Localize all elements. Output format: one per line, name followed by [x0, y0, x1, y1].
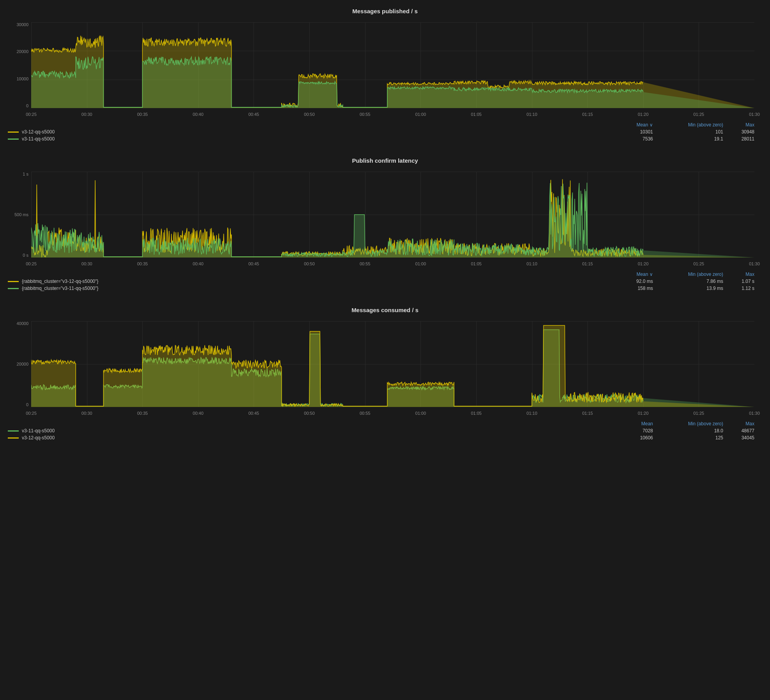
legend-min-value: 18.0 — [653, 428, 723, 434]
y-axis-label: 40000 — [16, 321, 28, 326]
min-column-header: Min (above zero) — [653, 421, 723, 426]
x-axis-label: 01:30 — [749, 112, 760, 117]
x-axis-label: 01:05 — [471, 112, 482, 117]
y-axis-label: 0 — [26, 103, 28, 108]
min-column-header: Min (above zero) — [653, 122, 723, 128]
legend-row: v3-12-qq-s50001060612534045 — [8, 435, 762, 441]
x-axis-label: 00:25 — [26, 411, 37, 416]
x-axis-label: 01:30 — [749, 411, 760, 416]
x-axis-label: 00:30 — [82, 411, 92, 416]
legend-values: 158 ms13.9 ms1.12 s — [602, 286, 762, 291]
x-axis-label: 01:30 — [749, 261, 760, 266]
legend-header-messages-consumed: MeanMin (above zero)Max — [8, 421, 762, 426]
mean-sort-button[interactable]: Mean ∨ — [602, 272, 653, 277]
x-axis-label: 00:50 — [304, 411, 315, 416]
legend-color-indicator — [8, 288, 19, 289]
x-axis-publish-confirm-latency: 00:2500:3000:3500:4000:4500:5000:5501:00… — [31, 261, 754, 269]
legend-row: v3-11-qq-s5000753619.128011 — [8, 136, 762, 142]
legend-header-publish-confirm-latency: Mean ∨Min (above zero)Max — [8, 272, 762, 277]
x-axis-label: 01:00 — [415, 411, 426, 416]
x-axis-label: 01:05 — [471, 411, 482, 416]
x-axis-label: 00:30 — [82, 261, 92, 266]
x-axis-label: 01:20 — [638, 112, 649, 117]
x-axis-label: 01:20 — [638, 411, 649, 416]
x-axis-label: 00:45 — [248, 112, 259, 117]
legend-max-value: 28011 — [723, 136, 754, 142]
x-axis-label: 00:35 — [137, 261, 148, 266]
y-axis-label: 0 — [26, 402, 28, 407]
x-axis-label: 00:35 — [137, 411, 148, 416]
x-axis-label: 01:00 — [415, 261, 426, 266]
x-axis-label: 00:50 — [304, 261, 315, 266]
chart-inner-messages-published — [31, 22, 754, 108]
y-axis-messages-published: 3000020000100000 — [8, 22, 30, 108]
legend-min-value: 19.1 — [653, 136, 723, 142]
legend-header-messages-published: Mean ∨Min (above zero)Max — [8, 122, 762, 128]
x-axis-messages-published: 00:2500:3000:3500:4000:4500:5000:5501:00… — [31, 112, 754, 120]
x-axis-label: 00:45 — [248, 411, 259, 416]
x-axis-label: 00:30 — [82, 112, 92, 117]
legend-row: v3-11-qq-s5000702818.048677 — [8, 428, 762, 434]
x-axis-label: 01:15 — [582, 411, 593, 416]
legend-row: {rabbitmq_cluster="v3-12-qq-s5000"}92.0 … — [8, 279, 762, 284]
chart-section-messages-published: Messages published / s300002000010000000… — [8, 8, 762, 142]
mean-sort-button[interactable]: Mean ∨ — [602, 122, 653, 128]
legend-max-value: 1.12 s — [723, 286, 754, 291]
legend-mean-value: 7028 — [602, 428, 653, 434]
chart-title-publish-confirm-latency: Publish confirm latency — [8, 157, 762, 164]
legend-label: v3-12-qq-s5000 — [22, 435, 602, 441]
legend-min-value: 101 — [653, 129, 723, 135]
x-axis-label: 00:40 — [193, 261, 204, 266]
legend-min-value: 125 — [653, 435, 723, 441]
x-axis-label: 01:25 — [694, 261, 704, 266]
legend-max-value: 30948 — [723, 129, 754, 135]
x-axis-label: 01:10 — [527, 411, 538, 416]
series-fill-1 — [31, 325, 754, 407]
chart-wrap-messages-published: 300002000010000000:2500:3000:3500:4000:4… — [8, 18, 762, 120]
x-axis-label: 01:10 — [527, 261, 538, 266]
y-axis-messages-consumed: 40000200000 — [8, 321, 30, 407]
chart-title-messages-consumed: Messages consumed / s — [8, 307, 762, 313]
legend-mean-value: 158 ms — [602, 286, 653, 291]
x-axis-label: 01:10 — [527, 112, 538, 117]
x-axis-label: 01:25 — [694, 411, 704, 416]
legend-values: 1030110130948 — [602, 129, 762, 135]
legend-label: v3-12-qq-s5000 — [22, 129, 602, 135]
x-axis-label: 00:55 — [360, 411, 371, 416]
x-axis-label: 01:05 — [471, 261, 482, 266]
y-axis-publish-confirm-latency: 1 s500 ms0 s — [8, 172, 30, 258]
chart-svg-publish-confirm-latency — [31, 172, 754, 258]
y-axis-label: 1 s — [23, 172, 28, 176]
legend-values: 92.0 ms7.86 ms1.07 s — [602, 279, 762, 284]
legend-row: {rabbitmq_cluster="v3-11-qq-s5000"}158 m… — [8, 286, 762, 291]
legend-max-value: 1.07 s — [723, 279, 754, 284]
legend-mean-value: 92.0 ms — [602, 279, 653, 284]
max-column-header: Max — [723, 421, 754, 426]
x-axis-label: 01:15 — [582, 112, 593, 117]
legend-values: 753619.128011 — [602, 136, 762, 142]
y-axis-label: 20000 — [16, 49, 28, 54]
chart-inner-messages-consumed — [31, 321, 754, 407]
y-axis-label: 10000 — [16, 76, 28, 81]
legend-label: {rabbitmq_cluster="v3-11-qq-s5000"} — [22, 286, 602, 291]
max-column-header: Max — [723, 122, 754, 128]
legend-mean-value: 7536 — [602, 136, 653, 142]
x-axis-label: 00:55 — [360, 112, 371, 117]
chart-wrap-publish-confirm-latency: 1 s500 ms0 s00:2500:3000:3500:4000:4500:… — [8, 168, 762, 269]
legend-color-indicator — [8, 281, 19, 282]
chart-title-messages-published: Messages published / s — [8, 8, 762, 14]
legend-mean-value: 10606 — [602, 435, 653, 441]
x-axis-label: 00:40 — [193, 112, 204, 117]
legend-label: v3-11-qq-s5000 — [22, 136, 602, 142]
chart-section-messages-consumed: Messages consumed / s4000020000000:2500:… — [8, 307, 762, 441]
y-axis-label: 0 s — [23, 253, 28, 258]
legend-values: 1060612534045 — [602, 435, 762, 441]
series-fill-1 — [31, 57, 754, 108]
x-axis-label: 00:40 — [193, 411, 204, 416]
legend-color-indicator — [8, 131, 19, 133]
x-axis-label: 00:55 — [360, 261, 371, 266]
mean-sort-button[interactable]: Mean — [602, 421, 653, 426]
y-axis-label: 20000 — [16, 362, 28, 366]
y-axis-label: 30000 — [16, 22, 28, 27]
legend-min-value: 7.86 ms — [653, 279, 723, 284]
